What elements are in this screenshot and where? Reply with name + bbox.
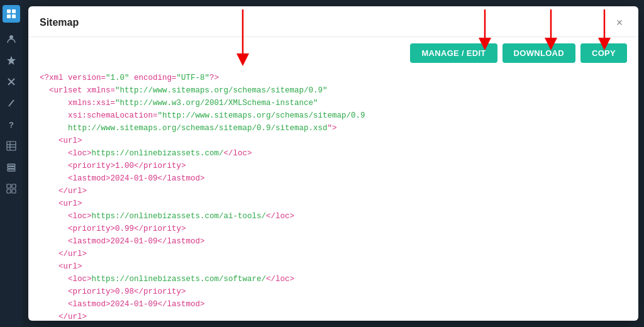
- xml-content-area: <?xml version="1.0" encoding="UTF-8"?> <…: [28, 68, 638, 321]
- url-block-2-close: </url>: [40, 248, 627, 260]
- svg-rect-0: [7, 9, 11, 13]
- svg-rect-18: [12, 184, 16, 188]
- url-block-1-loc: <loc>https://onlinebizassets.com/</loc>: [40, 147, 627, 160]
- url-block-1-close: </url>: [40, 185, 627, 197]
- url-block-1-open: <url>: [40, 135, 627, 147]
- svg-rect-2: [7, 14, 11, 18]
- question-icon[interactable]: ?: [3, 116, 20, 133]
- svg-line-8: [9, 100, 14, 106]
- url-block-1-priority: <priority>1.00</priority>: [40, 160, 627, 172]
- svg-rect-1: [12, 9, 16, 13]
- url-block-2-lastmod: <lastmod>2024-01-09</lastmod>: [40, 235, 627, 248]
- xml-urlset-open: <urlset xmlns="http://www.sitemaps.org/s…: [40, 84, 627, 97]
- url-block-3-lastmod: <lastmod>2024-01-09</lastmod>: [40, 298, 627, 311]
- url-block-2-open: <url>: [40, 197, 627, 210]
- xml-declaration: <?xml version="1.0" encoding="UTF-8"?>: [40, 72, 627, 84]
- modal-title: Sitemap: [40, 17, 79, 28]
- modal-header: Sitemap ×: [28, 6, 638, 37]
- svg-rect-19: [7, 189, 11, 193]
- svg-rect-14: [8, 164, 15, 166]
- svg-rect-17: [7, 184, 11, 188]
- modal-overlay: Sitemap × MANAGE / EDIT DOWNLOAD COPY <?…: [23, 0, 644, 327]
- xml-xsi-schema2: http://www.sitemaps.org/schemas/sitemap/…: [40, 122, 627, 135]
- xml-xmlns-xsi: xmlns:xsi="http://www.w3.org/2001/XMLSch…: [40, 97, 627, 109]
- table-icon[interactable]: [3, 137, 20, 155]
- svg-rect-16: [8, 169, 15, 171]
- star-icon[interactable]: [3, 52, 20, 69]
- svg-point-4: [9, 35, 13, 39]
- layers-icon[interactable]: [3, 158, 20, 176]
- close-button[interactable]: ×: [612, 15, 627, 30]
- svg-rect-3: [12, 14, 16, 18]
- url-block-2-loc: <loc>https://onlinebizassets.com/ai-tool…: [40, 210, 627, 223]
- close-x-icon[interactable]: [3, 73, 20, 91]
- svg-rect-15: [8, 167, 15, 169]
- svg-rect-10: [7, 141, 16, 150]
- url-block-3-close: </url>: [40, 311, 627, 321]
- url-block-3-priority: <priority>0.98</priority>: [40, 285, 627, 298]
- slash-icon[interactable]: [3, 94, 20, 112]
- url-block-3-open: <url>: [40, 260, 627, 273]
- url-block-1-lastmod: <lastmod>2024-01-09</lastmod>: [40, 172, 627, 185]
- svg-rect-20: [12, 189, 16, 193]
- xml-xsi-schema1: xsi:schemaLocation="http://www.sitemaps.…: [40, 109, 627, 122]
- svg-text:?: ?: [9, 120, 14, 129]
- url-block-2-priority: <priority>0.99</priority>: [40, 223, 627, 235]
- modal-toolbar: MANAGE / EDIT DOWNLOAD COPY: [28, 37, 638, 68]
- sitemap-modal: Sitemap × MANAGE / EDIT DOWNLOAD COPY <?…: [28, 6, 638, 321]
- url-block-3-loc: <loc>https://onlinebizassets.com/softwar…: [40, 273, 627, 285]
- sidebar: ?: [0, 0, 23, 327]
- user-icon[interactable]: [3, 30, 20, 48]
- download-button[interactable]: DOWNLOAD: [502, 43, 575, 63]
- grid3-icon[interactable]: [3, 180, 20, 197]
- sidebar-logo[interactable]: [3, 5, 20, 23]
- copy-button[interactable]: COPY: [580, 43, 627, 63]
- manage-edit-button[interactable]: MANAGE / EDIT: [410, 43, 497, 63]
- svg-marker-5: [7, 56, 16, 65]
